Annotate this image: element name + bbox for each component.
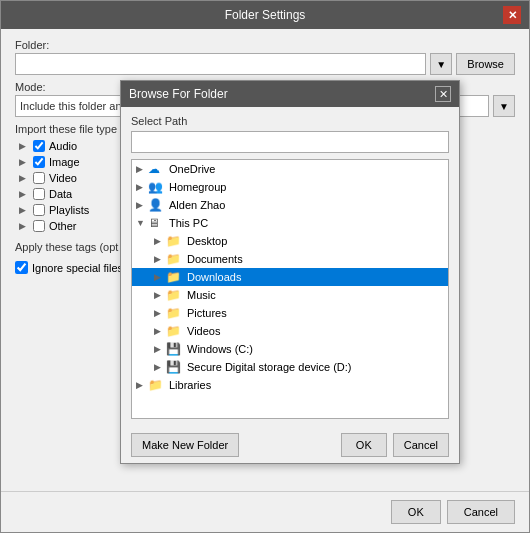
browse-path-input[interactable] <box>131 131 449 153</box>
tree-documents-expand: ▶ <box>154 254 166 264</box>
tree-desktop-label: Desktop <box>187 235 227 247</box>
browse-dialog: Browse For Folder ✕ Select Path ▶ ☁ OneD… <box>120 80 460 464</box>
hdd-icon-sdcard: 💾 <box>166 360 184 374</box>
ft-other-label: Other <box>49 220 77 232</box>
ft-data-label: Data <box>49 188 72 200</box>
ft-audio-checkbox[interactable] <box>33 140 45 152</box>
main-ok-button[interactable]: OK <box>391 500 441 524</box>
tree-pictures[interactable]: ▶ 📁 Pictures <box>132 304 448 322</box>
tree-aldenzhao-expand: ▶ <box>136 200 148 210</box>
folder-input[interactable] <box>15 53 426 75</box>
tree-music[interactable]: ▶ 📁 Music <box>132 286 448 304</box>
tree-onedrive-label: OneDrive <box>169 163 215 175</box>
ft-image-expand[interactable]: ▶ <box>19 157 29 167</box>
cloud-icon: ☁ <box>148 162 166 176</box>
folder-icon-music: 📁 <box>166 288 184 302</box>
ft-audio-expand[interactable]: ▶ <box>19 141 29 151</box>
make-folder-button[interactable]: Make New Folder <box>131 433 239 457</box>
tree-windows[interactable]: ▶ 💾 Windows (C:) <box>132 340 448 358</box>
mode-dropdown-btn[interactable]: ▼ <box>493 95 515 117</box>
folder-icon-downloads: 📁 <box>166 270 184 284</box>
folder-label: Folder: <box>15 39 515 51</box>
ft-image-label: Image <box>49 156 80 168</box>
folder-tree: ▶ ☁ OneDrive ▶ 👥 Homegroup ▶ 👤 Alden Zha… <box>131 159 449 419</box>
tree-music-expand: ▶ <box>154 290 166 300</box>
tree-libraries[interactable]: ▶ 📁 Libraries <box>132 376 448 394</box>
tree-thispc[interactable]: ▼ 🖥 This PC <box>132 214 448 232</box>
folder-icon-libraries: 📁 <box>148 378 166 392</box>
ignore-label: Ignore special files <box>32 262 123 274</box>
tree-desktop[interactable]: ▶ 📁 Desktop <box>132 232 448 250</box>
tree-pictures-label: Pictures <box>187 307 227 319</box>
ft-playlists-checkbox[interactable] <box>33 204 45 216</box>
folder-icon-documents: 📁 <box>166 252 184 266</box>
folder-dropdown-btn[interactable]: ▼ <box>430 53 452 75</box>
browse-dialog-footer: Make New Folder OK Cancel <box>121 427 459 463</box>
browse-ok-button[interactable]: OK <box>341 433 387 457</box>
tree-sdcard-label: Secure Digital storage device (D:) <box>187 361 351 373</box>
tree-onedrive[interactable]: ▶ ☁ OneDrive <box>132 160 448 178</box>
ignore-checkbox[interactable] <box>15 261 28 274</box>
main-dialog-title: Folder Settings <box>27 8 503 22</box>
tree-windows-label: Windows (C:) <box>187 343 253 355</box>
ft-data-checkbox[interactable] <box>33 188 45 200</box>
folder-row: Folder: ▼ Browse <box>15 39 515 75</box>
tree-pictures-expand: ▶ <box>154 308 166 318</box>
ft-other-checkbox[interactable] <box>33 220 45 232</box>
tree-documents[interactable]: ▶ 📁 Documents <box>132 250 448 268</box>
folder-input-row: ▼ Browse <box>15 53 515 75</box>
ft-image-checkbox[interactable] <box>33 156 45 168</box>
folder-icon-desktop: 📁 <box>166 234 184 248</box>
ft-data-expand[interactable]: ▶ <box>19 189 29 199</box>
ft-other-expand[interactable]: ▶ <box>19 221 29 231</box>
ft-audio-label: Audio <box>49 140 77 152</box>
tree-libraries-expand: ▶ <box>136 380 148 390</box>
user-icon: 👤 <box>148 198 166 212</box>
ft-video-label: Video <box>49 172 77 184</box>
main-cancel-button[interactable]: Cancel <box>447 500 515 524</box>
main-title-bar: Folder Settings ✕ <box>1 1 529 29</box>
browse-button[interactable]: Browse <box>456 53 515 75</box>
tree-windows-expand: ▶ <box>154 344 166 354</box>
folder-icon-videos: 📁 <box>166 324 184 338</box>
ft-video-expand[interactable]: ▶ <box>19 173 29 183</box>
browse-cancel-button[interactable]: Cancel <box>393 433 449 457</box>
pc-icon: 🖥 <box>148 216 166 230</box>
hdd-icon-windows: 💾 <box>166 342 184 356</box>
tree-videos-expand: ▶ <box>154 326 166 336</box>
tree-libraries-label: Libraries <box>169 379 211 391</box>
tree-downloads-expand: ▶ <box>154 272 166 282</box>
browse-close-button[interactable]: ✕ <box>435 86 451 102</box>
tree-downloads[interactable]: ▶ 📁 Downloads <box>132 268 448 286</box>
ft-playlists-label: Playlists <box>49 204 89 216</box>
folder-icon-pictures: 📁 <box>166 306 184 320</box>
browse-title-bar: Browse For Folder ✕ <box>121 81 459 107</box>
tree-sdcard-expand: ▶ <box>154 362 166 372</box>
tree-thispc-label: This PC <box>169 217 208 229</box>
select-path-label: Select Path <box>131 115 449 127</box>
tree-sdcard[interactable]: ▶ 💾 Secure Digital storage device (D:) <box>132 358 448 376</box>
tree-thispc-expand: ▼ <box>136 218 148 228</box>
tree-desktop-expand: ▶ <box>154 236 166 246</box>
tree-documents-label: Documents <box>187 253 243 265</box>
tree-videos[interactable]: ▶ 📁 Videos <box>132 322 448 340</box>
main-dialog-footer: OK Cancel <box>1 491 529 532</box>
tree-music-label: Music <box>187 289 216 301</box>
group-icon: 👥 <box>148 180 166 194</box>
tree-homegroup-expand: ▶ <box>136 182 148 192</box>
main-close-button[interactable]: ✕ <box>503 6 521 24</box>
tree-homegroup-label: Homegroup <box>169 181 226 193</box>
browse-dialog-title: Browse For Folder <box>129 87 228 101</box>
tree-aldenzhao-label: Alden Zhao <box>169 199 225 211</box>
tree-onedrive-expand: ▶ <box>136 164 148 174</box>
tree-downloads-label: Downloads <box>187 271 241 283</box>
ft-playlists-expand[interactable]: ▶ <box>19 205 29 215</box>
tree-aldenzhao[interactable]: ▶ 👤 Alden Zhao <box>132 196 448 214</box>
ft-video-checkbox[interactable] <box>33 172 45 184</box>
tree-homegroup[interactable]: ▶ 👥 Homegroup <box>132 178 448 196</box>
tree-videos-label: Videos <box>187 325 220 337</box>
browse-body: Select Path ▶ ☁ OneDrive ▶ 👥 Homegroup ▶… <box>121 107 459 427</box>
